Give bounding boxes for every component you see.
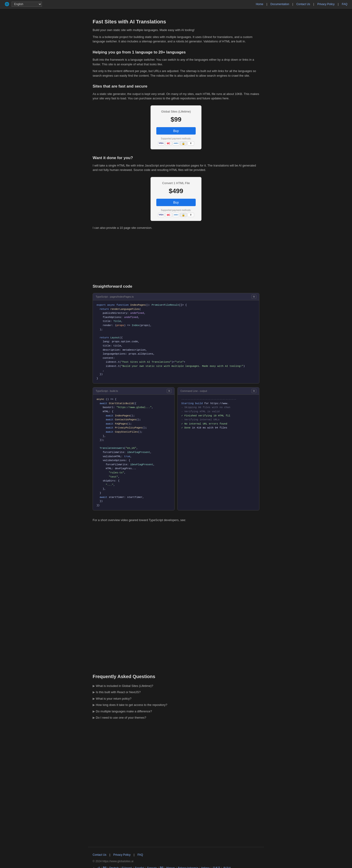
footer-lang-hindi2[interactable]: हिंदी bbox=[160, 866, 163, 868]
footer: Contact Us | Privacy Policy | FAQ © 2024… bbox=[88, 847, 264, 868]
faq-item-2[interactable]: Is this built with React or NextJS? bbox=[93, 690, 259, 694]
languages-title: Helping you go from 1 language to 20+ la… bbox=[93, 49, 259, 55]
nav-documentation[interactable]: Documentation bbox=[270, 2, 289, 6]
code-file-label-3: Command Line - output bbox=[181, 389, 207, 393]
footer-contact[interactable]: Contact Us bbox=[93, 853, 106, 857]
footer-lang-spanish[interactable]: Español bbox=[135, 866, 144, 868]
faq-item-4[interactable]: How long does it take to get access to t… bbox=[93, 703, 259, 707]
done-title: Want it done for you? bbox=[93, 155, 259, 161]
footer-links: Contact Us | Privacy Policy | FAQ bbox=[93, 853, 259, 857]
faq-item-1[interactable]: What is included in Global Sites (Lifeti… bbox=[93, 684, 259, 688]
payment-icons-2: VISA MC AMEX 🔒 ₿ bbox=[156, 213, 196, 217]
video-embed-area bbox=[93, 525, 259, 664]
mastercard-icon: MC bbox=[165, 141, 172, 146]
code-body-3: ------------------------------------ Sta… bbox=[178, 395, 259, 433]
video-note: For a short overview video geared toward… bbox=[93, 518, 259, 523]
nav-privacy[interactable]: Privacy Policy bbox=[317, 2, 334, 6]
code-file-label-2: TypeScript - build.ts bbox=[96, 389, 118, 393]
footer-lang-greek[interactable]: Ελληνικά bbox=[122, 866, 132, 868]
code-section-title: Straightforward code bbox=[93, 283, 259, 289]
card2-price: $499 bbox=[156, 186, 196, 196]
code-file-label-1: TypeScript - pages/IndexPages.ts bbox=[96, 295, 134, 299]
footer-privacy[interactable]: Privacy Policy bbox=[113, 853, 131, 857]
language-selector[interactable]: English Deutsch Français Español 日本語 한국어… bbox=[11, 2, 42, 7]
card1-title: Global Sites (Lifetime) bbox=[156, 109, 196, 114]
footer-lang-french[interactable]: Français bbox=[147, 866, 157, 868]
buy-button-2[interactable]: Buy bbox=[156, 199, 196, 206]
hero-title: Fast Sites with AI Translations bbox=[93, 18, 259, 26]
top-bar: 🌐 English Deutsch Français Español 日本語 한… bbox=[0, 0, 352, 8]
languages-para1: Built into the framework is a language s… bbox=[93, 57, 259, 66]
copy-button-2[interactable]: ⧉ bbox=[167, 389, 171, 393]
card1-price: $99 bbox=[156, 115, 196, 124]
payment-icons-1: VISA MC AMEX 🔒 ₿ bbox=[156, 141, 196, 146]
price-card-2: Convert 1 HTML File $499 Buy Supported p… bbox=[151, 177, 201, 221]
footer-lang-magyar[interactable]: Magyar bbox=[166, 866, 175, 868]
faq-item-6[interactable]: Do I need to use one of your themes? bbox=[93, 715, 259, 720]
done-para: I will take a single HTML file with inli… bbox=[93, 163, 259, 172]
globe-icon: 🌐 bbox=[5, 1, 9, 7]
hero-detail: This is a boilerplate project for buildi… bbox=[93, 35, 259, 44]
footer-lang-links: العربية | हिंदी | Deutsch | Ελληνικά | E… bbox=[93, 866, 259, 868]
code-section: Straightforward code TypeScript - pages/… bbox=[93, 283, 259, 664]
footer-lang-deutsch[interactable]: Deutsch bbox=[109, 866, 119, 868]
nav-faq[interactable]: FAQ bbox=[342, 2, 347, 6]
faq-item-3[interactable]: What is your return policy? bbox=[93, 696, 259, 701]
footer-lang-korean[interactable]: 한국어 bbox=[223, 866, 231, 868]
nav-home[interactable]: Home bbox=[256, 2, 263, 6]
code-body-1: export async function IndexPages(): Prom… bbox=[93, 300, 259, 383]
copy-button-1[interactable]: ⧉ bbox=[252, 294, 256, 299]
code-block-1: TypeScript - pages/IndexPages.ts ⧉ expor… bbox=[93, 293, 259, 383]
faq-title: Frequently Asked Questions bbox=[93, 673, 259, 680]
bottom-spacer bbox=[93, 722, 259, 838]
code-block-3-header: Command Line - output ⧉ bbox=[178, 388, 259, 395]
buy-button-1[interactable]: Buy bbox=[156, 127, 196, 134]
nav-contact[interactable]: Contact Us bbox=[296, 2, 310, 6]
faq-item-5[interactable]: Do multiple languages make a difference? bbox=[93, 709, 259, 714]
footer-faq[interactable]: FAQ bbox=[137, 853, 143, 857]
amex-icon: AMEX bbox=[173, 141, 179, 146]
code-body-2: async () => { await StartStaticBuild({ b… bbox=[93, 395, 174, 510]
crypto-icon: ₿ bbox=[188, 141, 194, 146]
lock-icon-2: 🔒 bbox=[180, 213, 187, 217]
code-block-3: Command Line - output ⧉ ----------------… bbox=[178, 387, 259, 510]
footer-lang-hindi[interactable]: हिंदी bbox=[103, 866, 106, 868]
footer-lang-arabic[interactable]: العربية bbox=[93, 866, 100, 868]
code-block-2: TypeScript - build.ts ⧉ async () => { aw… bbox=[93, 387, 174, 510]
card2-title: Convert 1 HTML File bbox=[156, 181, 196, 186]
visa-icon: VISA bbox=[158, 141, 164, 146]
lock-icon: 🔒 bbox=[180, 141, 187, 146]
main-content: Fast Sites with AI Translations Build yo… bbox=[88, 8, 264, 847]
mastercard-icon-2: MC bbox=[165, 213, 172, 217]
fast-title: Sites that are fast and secure bbox=[93, 83, 259, 89]
payment-label-2: Supported payment methods: bbox=[156, 209, 196, 212]
languages-para2: Not only is the content different per pa… bbox=[93, 69, 259, 78]
top-nav: Home | Documentation | Contact Us | Priv… bbox=[256, 2, 347, 6]
fast-para: As a static site generator, the output i… bbox=[93, 92, 259, 101]
hero-description: Build your own static site with multiple… bbox=[93, 28, 259, 32]
footer-copyright: © 2024 https://www.globalsites.ai bbox=[93, 859, 259, 863]
footer-lang-italian[interactable]: Italiano bbox=[201, 866, 210, 868]
code-block-1-header: TypeScript - pages/IndexPages.ts ⧉ bbox=[93, 293, 259, 300]
crypto-icon-2: ₿ bbox=[188, 213, 194, 217]
price-card-1: Global Sites (Lifetime) $99 Buy Supporte… bbox=[151, 105, 201, 150]
payment-label-1: Supported payment methods: bbox=[156, 137, 196, 141]
code-block-2-header: TypeScript - build.ts ⧉ bbox=[93, 388, 174, 395]
code-two-col: TypeScript - build.ts ⧉ async () => { aw… bbox=[93, 387, 259, 514]
footer-lang-indonesian[interactable]: Bahasa Indonesia bbox=[178, 866, 198, 868]
visa-icon-2: VISA bbox=[158, 213, 164, 217]
copy-button-3[interactable]: ⧉ bbox=[252, 389, 256, 393]
done-note: I can also provide a 10 page site conver… bbox=[93, 225, 259, 230]
faq-section: Frequently Asked Questions What is inclu… bbox=[93, 673, 259, 720]
amex-icon-2: AMEX bbox=[173, 213, 179, 217]
footer-lang-japanese[interactable]: 日本語 bbox=[213, 866, 220, 868]
